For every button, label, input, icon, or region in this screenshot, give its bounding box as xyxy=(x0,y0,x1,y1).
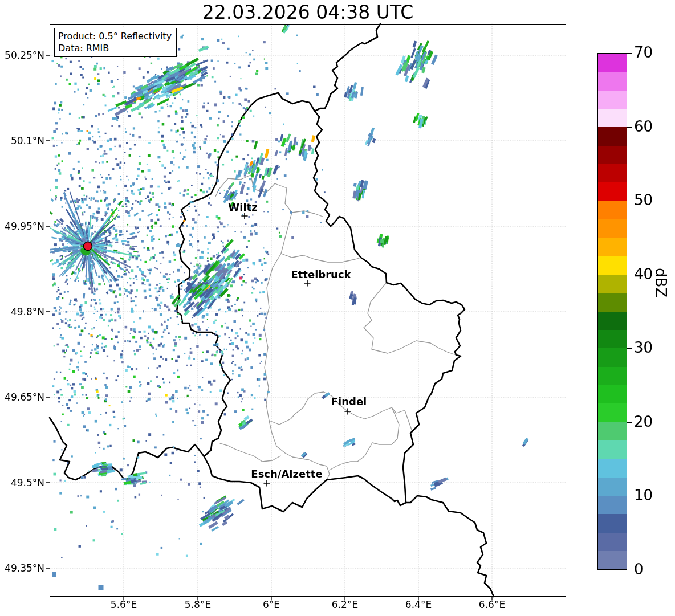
data-source-line: Data: RMIB xyxy=(58,42,172,54)
page-title: 22.03.2026 04:38 UTC xyxy=(50,1,566,23)
colorbar-unit-label: dBZ xyxy=(652,268,669,297)
colorbar-segment xyxy=(598,459,627,477)
y-tick-label: 50.25°N xyxy=(5,50,44,61)
colorbar-tick-mark xyxy=(627,53,632,54)
colorbar-segment xyxy=(598,293,627,311)
colorbar-segment xyxy=(598,54,627,72)
colorbar-tick-mark xyxy=(627,496,632,496)
y-tick-label: 49.5°N xyxy=(11,477,44,488)
product-line: Product: 0.5° Reflectivity xyxy=(58,30,172,42)
colorbar-tick-label: 60 xyxy=(634,118,653,135)
colorbar-segment xyxy=(598,367,627,385)
colorbar-tick-label: 40 xyxy=(634,266,653,283)
colorbar-segment xyxy=(598,91,627,109)
colorbar-tick-mark xyxy=(627,275,632,275)
colorbar-segment xyxy=(598,312,627,330)
colorbar-segment xyxy=(598,164,627,182)
colorbar-segment xyxy=(598,403,627,422)
colorbar-tick-mark xyxy=(627,201,632,201)
y-tick-label: 49.95°N xyxy=(5,221,44,232)
colorbar-segment xyxy=(598,348,627,366)
colorbar-segment xyxy=(598,201,627,219)
colorbar-tick-mark xyxy=(627,570,632,570)
colorbar-segment xyxy=(598,422,627,440)
colorbar-segment xyxy=(598,478,627,496)
colorbar-tick-mark xyxy=(627,348,632,349)
colorbar-tick-label: 0 xyxy=(634,561,644,578)
y-tick-label: 49.35°N xyxy=(5,562,44,574)
colorbar-tick-mark xyxy=(627,422,632,423)
colorbar-segment xyxy=(598,219,627,238)
city-label: Wiltz xyxy=(228,201,257,213)
colorbar-segment xyxy=(598,256,627,275)
colorbar-tick-label: 50 xyxy=(634,191,653,209)
colorbar-tick-label: 70 xyxy=(634,44,653,61)
colorbar-segment xyxy=(598,533,627,551)
colorbar-segment xyxy=(598,551,627,569)
colorbar-segment xyxy=(598,440,627,459)
colorbar-segment xyxy=(598,109,627,127)
y-tick-label: 49.65°N xyxy=(5,391,44,403)
colorbar-tick-mark xyxy=(627,127,632,128)
x-tick-label: 6°E xyxy=(263,599,280,610)
x-tick-label: 6.6°E xyxy=(479,599,505,610)
x-tick-label: 5.8°E xyxy=(185,599,211,610)
y-tick-label: 49.8°N xyxy=(11,306,44,317)
city-label: Esch/Alzette xyxy=(251,468,322,480)
colorbar-segment xyxy=(598,127,627,145)
product-info-box: Product: 0.5° Reflectivity Data: RMIB xyxy=(54,28,177,57)
radar-figure: 22.03.2026 04:38 UTC Product: 0.5° Refle… xyxy=(0,0,675,616)
colorbar-segment xyxy=(598,238,627,256)
colorbar-tick-label: 20 xyxy=(634,413,653,430)
colorbar-segment xyxy=(598,385,627,403)
colorbar-tick-label: 10 xyxy=(634,487,653,504)
x-tick-label: 6.2°E xyxy=(332,599,358,610)
colorbar-segment xyxy=(598,514,627,532)
colorbar-segment xyxy=(598,275,627,293)
radar-echo-canvas xyxy=(0,0,675,616)
colorbar xyxy=(597,53,627,570)
colorbar-segment xyxy=(598,72,627,90)
city-label: Ettelbruck xyxy=(291,268,351,280)
colorbar-segment xyxy=(598,496,627,514)
y-tick-label: 50.1°N xyxy=(11,135,44,146)
x-tick-label: 5.6°E xyxy=(111,599,137,610)
colorbar-segment xyxy=(598,330,627,348)
colorbar-segment xyxy=(598,146,627,164)
city-label: Findel xyxy=(331,395,367,407)
colorbar-tick-label: 30 xyxy=(634,340,653,357)
x-tick-label: 6.4°E xyxy=(405,599,432,610)
colorbar-segment xyxy=(598,182,627,201)
